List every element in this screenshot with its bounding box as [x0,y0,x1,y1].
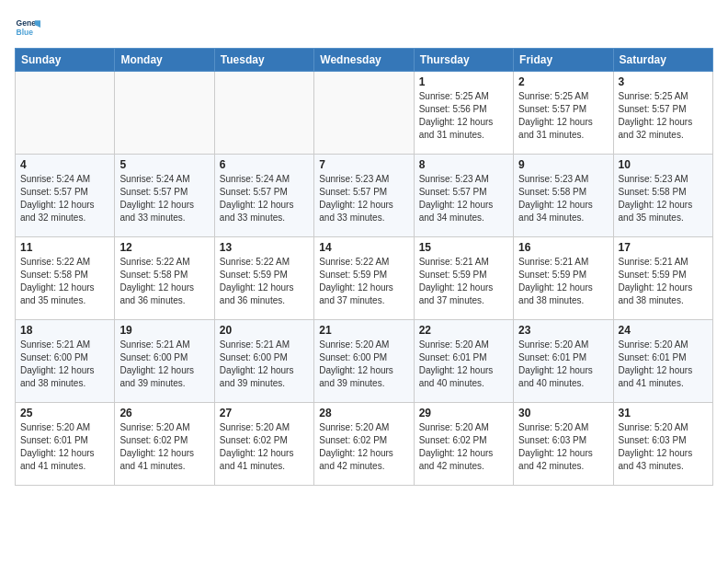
day-cell [314,72,414,155]
week-row-4: 18Sunrise: 5:21 AM Sunset: 6:00 PM Dayli… [16,320,713,403]
week-row-3: 11Sunrise: 5:22 AM Sunset: 5:58 PM Dayli… [16,237,713,320]
day-cell: 6Sunrise: 5:24 AM Sunset: 5:57 PM Daylig… [214,155,313,237]
day-number: 10 [619,158,708,171]
day-info: Sunrise: 5:20 AM Sunset: 6:02 PM Dayligh… [319,421,408,473]
day-number: 24 [619,324,708,337]
day-info: Sunrise: 5:23 AM Sunset: 5:58 PM Dayligh… [518,173,608,224]
day-info: Sunrise: 5:21 AM Sunset: 6:00 PM Dayligh… [20,339,109,390]
day-cell: 23Sunrise: 5:20 AM Sunset: 6:01 PM Dayli… [514,320,613,403]
day-cell [115,72,214,155]
day-info: Sunrise: 5:20 AM Sunset: 6:01 PM Dayligh… [518,339,608,390]
day-number: 2 [518,75,608,88]
day-info: Sunrise: 5:20 AM Sunset: 6:01 PM Dayligh… [20,421,109,473]
day-info: Sunrise: 5:20 AM Sunset: 6:02 PM Dayligh… [119,421,209,473]
day-cell: 21Sunrise: 5:20 AM Sunset: 6:00 PM Dayli… [314,320,414,403]
day-cell: 4Sunrise: 5:24 AM Sunset: 5:57 PM Daylig… [16,155,115,237]
day-number: 18 [20,324,109,337]
day-info: Sunrise: 5:21 AM Sunset: 5:59 PM Dayligh… [619,256,708,307]
day-cell: 13Sunrise: 5:22 AM Sunset: 5:59 PM Dayli… [214,237,313,320]
header-monday: Monday [115,49,214,72]
day-info: Sunrise: 5:20 AM Sunset: 6:03 PM Dayligh… [518,421,608,473]
day-cell: 2Sunrise: 5:25 AM Sunset: 5:57 PM Daylig… [514,72,613,155]
day-number: 3 [619,75,708,88]
day-number: 17 [619,241,708,254]
calendar-header-row: SundayMondayTuesdayWednesdayThursdayFrid… [16,49,713,72]
day-number: 28 [319,407,408,419]
header-wednesday: Wednesday [314,49,414,72]
day-cell: 28Sunrise: 5:20 AM Sunset: 6:02 PM Dayli… [314,403,414,486]
day-number: 1 [419,75,508,88]
day-info: Sunrise: 5:23 AM Sunset: 5:57 PM Dayligh… [319,173,408,224]
day-info: Sunrise: 5:24 AM Sunset: 5:57 PM Dayligh… [220,173,309,224]
day-info: Sunrise: 5:25 AM Sunset: 5:57 PM Dayligh… [619,90,708,142]
day-cell: 14Sunrise: 5:22 AM Sunset: 5:59 PM Dayli… [314,237,414,320]
day-cell: 26Sunrise: 5:20 AM Sunset: 6:02 PM Dayli… [115,403,214,486]
logo-icon: General Blue [15,15,40,40]
day-number: 21 [319,324,408,337]
day-info: Sunrise: 5:22 AM Sunset: 5:58 PM Dayligh… [20,256,109,307]
day-info: Sunrise: 5:22 AM Sunset: 5:59 PM Dayligh… [319,256,408,307]
day-number: 30 [518,407,608,419]
header-tuesday: Tuesday [214,49,313,72]
day-cell: 15Sunrise: 5:21 AM Sunset: 5:59 PM Dayli… [414,237,513,320]
day-info: Sunrise: 5:21 AM Sunset: 5:59 PM Dayligh… [419,256,508,307]
day-info: Sunrise: 5:21 AM Sunset: 6:00 PM Dayligh… [119,339,209,390]
day-number: 23 [518,324,608,337]
day-number: 12 [119,241,209,254]
header-saturday: Saturday [613,49,712,72]
day-info: Sunrise: 5:23 AM Sunset: 5:58 PM Dayligh… [619,173,708,224]
day-number: 15 [419,241,508,254]
day-cell: 16Sunrise: 5:21 AM Sunset: 5:59 PM Dayli… [514,237,613,320]
day-number: 5 [119,158,209,171]
day-info: Sunrise: 5:22 AM Sunset: 5:59 PM Dayligh… [220,256,309,307]
day-cell: 24Sunrise: 5:20 AM Sunset: 6:01 PM Dayli… [613,320,712,403]
day-cell: 22Sunrise: 5:20 AM Sunset: 6:01 PM Dayli… [414,320,513,403]
day-info: Sunrise: 5:22 AM Sunset: 5:58 PM Dayligh… [119,256,209,307]
day-info: Sunrise: 5:25 AM Sunset: 5:57 PM Dayligh… [518,90,608,142]
day-cell: 20Sunrise: 5:21 AM Sunset: 6:00 PM Dayli… [214,320,313,403]
day-info: Sunrise: 5:23 AM Sunset: 5:57 PM Dayligh… [419,173,508,224]
day-cell: 10Sunrise: 5:23 AM Sunset: 5:58 PM Dayli… [613,155,712,237]
day-number: 6 [220,158,309,171]
day-cell: 7Sunrise: 5:23 AM Sunset: 5:57 PM Daylig… [314,155,414,237]
day-number: 19 [119,324,209,337]
calendar-table: SundayMondayTuesdayWednesdayThursdayFrid… [15,48,713,486]
day-cell: 3Sunrise: 5:25 AM Sunset: 5:57 PM Daylig… [613,72,712,155]
day-info: Sunrise: 5:20 AM Sunset: 6:01 PM Dayligh… [419,339,508,390]
day-cell: 30Sunrise: 5:20 AM Sunset: 6:03 PM Dayli… [514,403,613,486]
day-cell [16,72,115,155]
day-cell: 12Sunrise: 5:22 AM Sunset: 5:58 PM Dayli… [115,237,214,320]
day-info: Sunrise: 5:24 AM Sunset: 5:57 PM Dayligh… [119,173,209,224]
day-info: Sunrise: 5:24 AM Sunset: 5:57 PM Dayligh… [20,173,109,224]
day-number: 11 [20,241,109,254]
day-info: Sunrise: 5:20 AM Sunset: 6:02 PM Dayligh… [419,421,508,473]
day-cell: 5Sunrise: 5:24 AM Sunset: 5:57 PM Daylig… [115,155,214,237]
header-sunday: Sunday [16,49,115,72]
day-cell: 8Sunrise: 5:23 AM Sunset: 5:57 PM Daylig… [414,155,513,237]
week-row-1: 1Sunrise: 5:25 AM Sunset: 5:56 PM Daylig… [16,72,713,155]
week-row-5: 25Sunrise: 5:20 AM Sunset: 6:01 PM Dayli… [16,403,713,486]
day-number: 13 [220,241,309,254]
day-cell: 29Sunrise: 5:20 AM Sunset: 6:02 PM Dayli… [414,403,513,486]
svg-text:Blue: Blue [17,28,34,37]
day-info: Sunrise: 5:20 AM Sunset: 6:00 PM Dayligh… [319,339,408,390]
day-cell: 9Sunrise: 5:23 AM Sunset: 5:58 PM Daylig… [514,155,613,237]
day-cell: 1Sunrise: 5:25 AM Sunset: 5:56 PM Daylig… [414,72,513,155]
page-header: General Blue [15,15,713,40]
header-friday: Friday [514,49,613,72]
day-info: Sunrise: 5:20 AM Sunset: 6:02 PM Dayligh… [220,421,309,473]
day-number: 16 [518,241,608,254]
day-number: 4 [20,158,109,171]
day-cell [214,72,313,155]
day-number: 25 [20,407,109,419]
week-row-2: 4Sunrise: 5:24 AM Sunset: 5:57 PM Daylig… [16,155,713,237]
day-cell: 17Sunrise: 5:21 AM Sunset: 5:59 PM Dayli… [613,237,712,320]
day-cell: 31Sunrise: 5:20 AM Sunset: 6:03 PM Dayli… [613,403,712,486]
day-info: Sunrise: 5:20 AM Sunset: 6:03 PM Dayligh… [619,421,708,473]
day-number: 22 [419,324,508,337]
day-info: Sunrise: 5:21 AM Sunset: 6:00 PM Dayligh… [220,339,309,390]
day-number: 14 [319,241,408,254]
day-cell: 11Sunrise: 5:22 AM Sunset: 5:58 PM Dayli… [16,237,115,320]
day-number: 7 [319,158,408,171]
day-cell: 19Sunrise: 5:21 AM Sunset: 6:00 PM Dayli… [115,320,214,403]
